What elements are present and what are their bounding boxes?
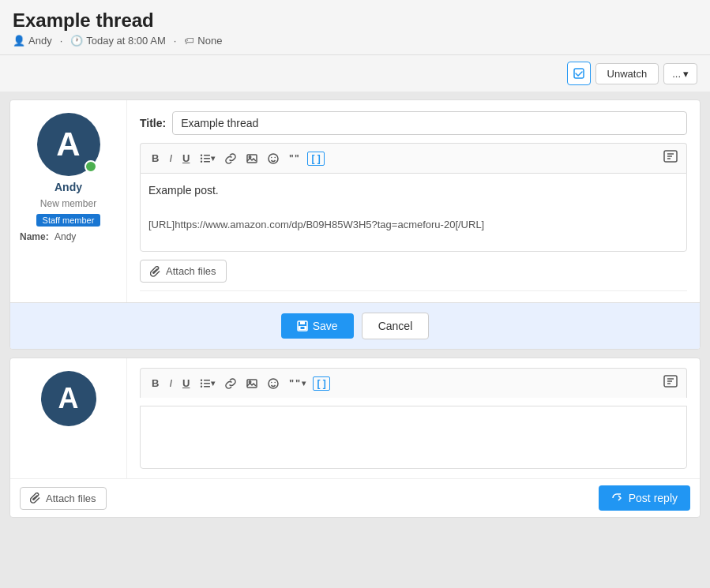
separator: [140, 290, 687, 291]
preview-button[interactable]: [663, 148, 678, 168]
more-button[interactable]: ... ▾: [663, 63, 697, 84]
chevron-down-icon: ▾: [683, 68, 689, 80]
svg-point-29: [275, 381, 276, 383]
title-row: Title:: [140, 111, 687, 135]
reply-image-button[interactable]: [243, 376, 261, 391]
bold-button[interactable]: B: [148, 151, 162, 166]
svg-rect-19: [204, 380, 210, 381]
reply-emoji-button[interactable]: [265, 376, 282, 391]
online-badge: [85, 160, 97, 173]
svg-point-11: [275, 156, 276, 158]
save-button[interactable]: Save: [281, 313, 354, 339]
page-header: Example thread 👤 Andy · 🕐 Today at 8:00 …: [0, 0, 710, 55]
post-card: A Andy New member Staff member Name: And…: [9, 99, 701, 350]
svg-rect-2: [204, 158, 210, 159]
svg-point-6: [201, 160, 202, 162]
underline-button[interactable]: U: [179, 151, 193, 166]
clock-icon: 🕐: [70, 35, 83, 47]
main-content: A Andy New member Staff member Name: And…: [0, 92, 710, 526]
post-body-line2: [URL]https://www.amazon.com/dp/B09H85W3H…: [148, 217, 678, 234]
svg-point-23: [201, 382, 202, 384]
svg-rect-7: [247, 155, 257, 163]
svg-point-10: [271, 156, 272, 158]
toolbar-right: [663, 148, 678, 168]
user-name-row: Name: Andy: [20, 231, 117, 242]
reply-preview-button[interactable]: [663, 373, 678, 393]
svg-rect-18: [300, 327, 304, 329]
reply-code-button[interactable]: [ ]: [313, 376, 329, 391]
check-button[interactable]: [567, 62, 591, 85]
reply-italic-button[interactable]: I: [166, 376, 175, 391]
svg-point-28: [271, 381, 272, 383]
post-content: Title: B I U: [127, 100, 700, 302]
meta-tag: 🏷 None: [184, 35, 222, 47]
list-chevron: ▾: [211, 154, 215, 163]
reply-underline-button[interactable]: U: [179, 376, 193, 391]
code-button[interactable]: [ ]: [307, 152, 324, 166]
reply-footer: Attach files Post reply: [10, 478, 700, 517]
user-name: Andy: [54, 181, 82, 193]
staff-badge: Staff member: [36, 214, 101, 227]
reply-content: B I U ▾: [127, 358, 700, 478]
name-value: Andy: [54, 231, 76, 242]
reply-card: A B I U: [9, 358, 701, 518]
header-actions: Unwatch ... ▾: [0, 55, 710, 92]
reply-quote-chevron: ▾: [302, 379, 306, 388]
title-label: Title:: [140, 117, 166, 129]
reply-avatar: A: [41, 371, 96, 426]
image-button[interactable]: [243, 152, 261, 166]
name-label: Name:: [20, 231, 51, 242]
svg-point-5: [201, 157, 202, 159]
svg-text:": ": [289, 154, 294, 163]
meta-time: 🕐 Today at 8:00 AM: [70, 35, 165, 47]
user-role: New member: [40, 198, 96, 209]
svg-point-4: [201, 154, 202, 155]
toolbar-left: B I U: [148, 151, 325, 166]
svg-rect-1: [204, 155, 210, 156]
italic-button[interactable]: I: [166, 151, 175, 166]
emoji-button[interactable]: [265, 152, 282, 166]
reply-attach-files-button[interactable]: Attach files: [20, 487, 107, 510]
svg-rect-21: [204, 386, 210, 388]
editor-container: B I U: [140, 143, 687, 252]
link-button[interactable]: [222, 152, 239, 166]
more-label: ...: [672, 68, 681, 80]
attach-files-button[interactable]: Attach files: [140, 260, 227, 283]
post-body: A Andy New member Staff member Name: And…: [10, 100, 700, 302]
reply-link-button[interactable]: [222, 376, 239, 391]
list-button[interactable]: ▾: [197, 152, 218, 166]
reply-toolbar-right: [663, 373, 678, 393]
reply-quote-button[interactable]: " " ▾: [286, 376, 309, 391]
reply-editor-area[interactable]: [140, 406, 687, 469]
quote-button[interactable]: " ": [286, 152, 303, 165]
svg-rect-16: [300, 321, 305, 324]
tag-icon: 🏷: [184, 35, 194, 47]
svg-rect-20: [204, 383, 210, 384]
page-meta: 👤 Andy · 🕐 Today at 8:00 AM · 🏷 None: [13, 35, 697, 47]
reply-list-chevron: ▾: [211, 379, 215, 388]
editor-area[interactable]: Example post. [URL]https://www.amazon.co…: [140, 173, 687, 252]
unwatch-button[interactable]: Unwatch: [595, 63, 659, 84]
post-body-line1: Example post.: [148, 182, 678, 199]
svg-point-22: [201, 379, 202, 380]
post-reply-button[interactable]: Post reply: [599, 485, 690, 511]
meta-separator-2: ·: [174, 35, 177, 47]
meta-separator-1: ·: [60, 35, 63, 47]
reply-sidebar: A: [10, 358, 127, 478]
reply-toolbar-left: B I U ▾: [148, 376, 330, 391]
cancel-button[interactable]: Cancel: [362, 313, 430, 339]
title-input[interactable]: [172, 111, 687, 135]
svg-text:": ": [295, 154, 299, 163]
avatar: A: [37, 113, 100, 176]
reply-body: A B I U: [10, 358, 700, 478]
reply-editor-toolbar: B I U ▾: [140, 368, 687, 398]
user-sidebar: A Andy New member Staff member Name: And…: [10, 100, 127, 302]
post-actions: Save Cancel: [10, 302, 700, 349]
svg-point-24: [201, 385, 202, 387]
user-icon: 👤: [13, 35, 25, 47]
svg-rect-25: [247, 380, 257, 388]
reply-bold-button[interactable]: B: [148, 376, 162, 391]
reply-list-button[interactable]: ▾: [197, 376, 218, 391]
meta-author: 👤 Andy: [13, 35, 52, 47]
page-title: Example thread: [13, 9, 697, 32]
